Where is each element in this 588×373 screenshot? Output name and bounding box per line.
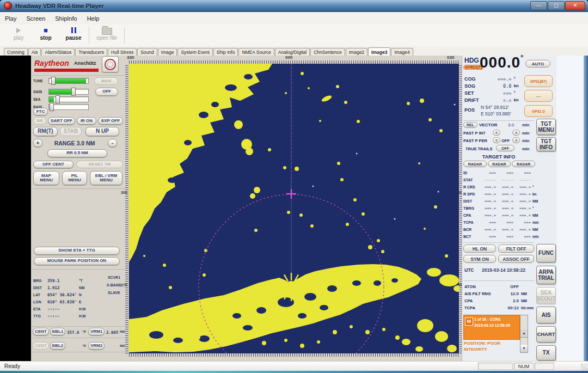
vrm2-button[interactable]: VRM2 [88, 342, 105, 350]
open-file-button[interactable]: open file [93, 26, 121, 45]
brand-anschutz: Anschütz [74, 60, 96, 66]
past-p-int-label: PAST P INT [463, 131, 486, 136]
ebl2-button[interactable]: EBL2 [50, 342, 65, 350]
window-bottom-border [0, 371, 588, 373]
radar-ppi[interactable]: 330 000 030 300 270 060 090 [122, 56, 463, 358]
rm-t-button[interactable]: RM(T) [33, 127, 58, 136]
hl-on-button[interactable]: HL ON [463, 244, 496, 253]
ftc-button[interactable]: FTC [33, 108, 48, 115]
scroll-up-button[interactable]: ▲ [520, 329, 528, 338]
gain-slider-handle[interactable] [71, 88, 76, 96]
tab-alarm-status[interactable]: Alarm/Status [41, 48, 75, 56]
menu-help[interactable]: Help [82, 14, 105, 23]
past-int-next-button[interactable]: > [512, 130, 520, 136]
ais-row-aton: ATONOFF [464, 283, 546, 290]
tab-analog-digital[interactable]: Analog/Digital [275, 48, 310, 56]
open-folder-icon [93, 26, 121, 35]
tab-sound[interactable]: Sound [137, 48, 157, 56]
ebl1-button[interactable]: EBL1 [50, 328, 65, 335]
auto-button[interactable]: AUTO [525, 60, 550, 68]
stab-button[interactable]: STAB [60, 127, 82, 136]
vrm1-button[interactable]: VRM1 [88, 328, 105, 335]
reset-tm-button[interactable]: RESET TM [76, 161, 123, 168]
anschuetz-logo-button[interactable] [102, 56, 119, 72]
gps1-bt-button[interactable]: GPS1(BT) [524, 75, 553, 87]
rel-button[interactable]: REL [463, 122, 477, 128]
range-minus-button[interactable]: - [108, 139, 117, 147]
radar-source-button-3[interactable]: RADAR [512, 161, 535, 167]
alarm-scrollbar[interactable]: ▲ ▼ [520, 315, 528, 353]
gain-slider[interactable]: GAIN [33, 88, 89, 95]
menu-shipinfo[interactable]: ShipInfo [50, 14, 82, 23]
cent1-button[interactable]: CENT [33, 328, 49, 335]
target-row-dist: DIST===.====.====.=NM [463, 198, 549, 205]
source-dash-button[interactable]: ---- [524, 90, 553, 102]
mouse-park-button[interactable]: MOUSE PARK POSITION ON [34, 257, 120, 265]
sea-scout-button[interactable]: SEASCOUT [536, 287, 556, 304]
map-menu-button[interactable]: MAPMENU [33, 171, 59, 185]
off-button[interactable]: OFF [95, 88, 118, 96]
tab-image4[interactable]: Image4 [391, 48, 413, 56]
tab-system-event[interactable]: System Event [177, 48, 212, 56]
range-rings-button[interactable]: RR 0.5 NM [47, 149, 107, 157]
play-button[interactable]: play [7, 26, 30, 45]
menu-screen[interactable]: Screen [21, 14, 50, 23]
stop-button[interactable]: ■ stop [34, 26, 58, 45]
nr-button[interactable]: NR [33, 117, 46, 125]
filt-off-button[interactable]: FILT OFF [498, 244, 534, 253]
tab-chnsentence[interactable]: ChnSentence [310, 48, 345, 56]
past-per-next-button[interactable]: > [512, 137, 520, 143]
ais-button[interactable]: AIS [536, 307, 556, 323]
tgt-info-button[interactable]: TGTINFO [536, 137, 556, 151]
trails-off-button[interactable]: OFF [496, 145, 514, 151]
gps1-d-button[interactable]: GPS1 D [524, 105, 553, 117]
ir-on-button[interactable]: IR ON [77, 117, 96, 125]
pause-button[interactable]: pause [62, 26, 85, 45]
sart-off-button[interactable]: SART OFF [48, 117, 75, 125]
utc-value: 2015-03-14 10:59:22 [482, 267, 525, 273]
tune-slider[interactable]: TUNE [33, 77, 89, 84]
cent2-button[interactable]: CENT [33, 342, 49, 350]
sea-slider[interactable]: SEA [33, 96, 89, 102]
ebl-vrm-menu-button[interactable]: EBL / VRMMENU [90, 171, 122, 185]
scroll-down-button[interactable]: ▼ [520, 345, 528, 353]
tab-ship-info[interactable]: Ship Info [213, 48, 238, 56]
minimize-button[interactable]: — [530, 1, 547, 10]
tab-image3[interactable]: Image3 [368, 47, 390, 56]
tab-image2[interactable]: Image2 [346, 48, 367, 56]
rain-slider-handle[interactable] [50, 103, 54, 111]
tab-image[interactable]: Image [158, 48, 177, 56]
tx-button[interactable]: TX [536, 345, 556, 360]
past-int-prev-button[interactable]: < [493, 130, 500, 136]
target-info-title: TARGET INFO [462, 154, 535, 160]
tune-slider-handle[interactable] [51, 77, 56, 85]
func-button[interactable]: FUNC [536, 244, 556, 262]
radar-source-button-2[interactable]: RADAR [488, 161, 511, 167]
tab-nmea-source[interactable]: NMEA Source [238, 48, 274, 56]
tab-transducers[interactable]: Transducers [75, 48, 107, 56]
chart-button[interactable]: CHART [536, 326, 556, 343]
range-plus-button[interactable]: + [33, 139, 42, 147]
off-cent-button[interactable]: OFF CENT [33, 161, 74, 168]
maximize-button[interactable]: ▢ [548, 1, 565, 10]
resize-grip[interactable] [581, 364, 587, 370]
past-per-prev-button[interactable]: < [493, 137, 500, 143]
sym-on-button[interactable]: SYM ON [463, 255, 496, 263]
radar-source-button-1[interactable]: RADAR [463, 161, 487, 167]
menu-play[interactable]: Play [0, 14, 21, 23]
sea-slider-handle[interactable] [56, 95, 60, 103]
man-button[interactable]: MAN [94, 77, 118, 85]
tgt-menu-button[interactable]: TGTMENU [536, 119, 556, 135]
tab-hull-stress[interactable]: Hull Stress [108, 48, 137, 56]
tab-ais[interactable]: Ais [28, 48, 41, 56]
close-button[interactable]: ✕ [565, 1, 585, 10]
assoc-off-button[interactable]: ASSOC OFF [498, 255, 534, 263]
alarm-message-box[interactable]: M 1 of 26 - CCRS 2015-03-14 12:58:45 [463, 315, 520, 340]
exp-off-button[interactable]: EXP OFF [98, 117, 123, 125]
tab-conning[interactable]: Conning [4, 48, 28, 56]
arpa-trial-button[interactable]: ARPATRIAL [536, 266, 556, 284]
content-area: Raytheon Anschütz TUNEGAINSEARAIN MAN OF… [0, 56, 588, 361]
n-up-button[interactable]: N UP [85, 127, 119, 136]
pil-menu-button[interactable]: PILMENU [62, 171, 87, 185]
show-eta-ttg-button[interactable]: SHOW ETA + TTG [34, 247, 120, 255]
